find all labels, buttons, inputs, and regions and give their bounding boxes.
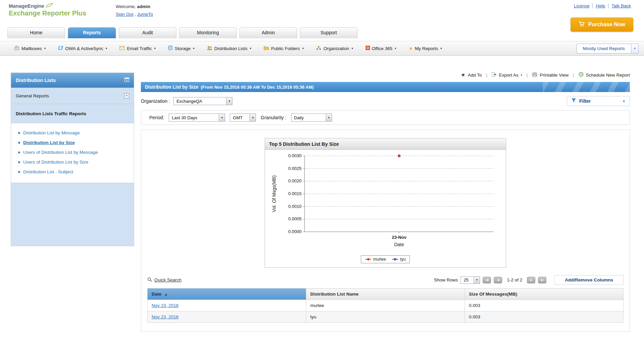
office365-icon bbox=[366, 46, 370, 51]
tab-support[interactable]: Support bbox=[300, 27, 358, 38]
sign-out-link[interactable]: Sign Out bbox=[116, 12, 133, 17]
svg-text:Vol. Of Msgs(MB): Vol. Of Msgs(MB) bbox=[271, 175, 277, 212]
export-as-button[interactable]: Export As ▾ bbox=[492, 72, 522, 78]
quick-search-link[interactable]: Quick Search bbox=[147, 277, 181, 283]
brand-name: ManageEngine bbox=[9, 3, 44, 9]
tab-monitoring[interactable]: Monitoring bbox=[179, 27, 237, 38]
sidebar-item-users-dl-by-message[interactable]: Users of Distribution List by Message bbox=[11, 147, 134, 157]
sidebar-item-label: Users of Distribution List by Message bbox=[23, 150, 98, 155]
prev-page-button[interactable]: ◀ bbox=[494, 277, 502, 283]
sidebar-item-label: Distribution List - Subject bbox=[23, 169, 73, 174]
separator: | bbox=[527, 73, 528, 78]
panel-icon[interactable] bbox=[124, 78, 129, 83]
toolbar-item-label: Storage bbox=[175, 46, 191, 51]
chart-box: Top 5 Distribution List By Size 0.00000.… bbox=[265, 138, 506, 268]
table-row: Nov 23, 2016 tyu 0.003 bbox=[148, 311, 624, 323]
toolbar-item-distribution-lists[interactable]: Distribution Lists ▾ bbox=[207, 46, 252, 51]
distribution-lists-icon bbox=[207, 46, 212, 51]
jumpto-link[interactable]: JumpTo bbox=[137, 12, 153, 17]
sidebar-section-traffic-reports: Distribution Lists Traffic Reports bbox=[11, 104, 134, 123]
traffic-reports-label: Distribution Lists Traffic Reports bbox=[16, 111, 86, 116]
grid-controls: Quick Search Show Rows 25 ▼ |◀ ◀ 1-2 of … bbox=[147, 275, 624, 285]
tab-admin[interactable]: Admin bbox=[239, 27, 297, 38]
period-select[interactable]: Last 30 Days ▼ bbox=[169, 114, 225, 122]
select-arrow-icon: ▼ bbox=[326, 114, 332, 121]
grid-controls-right: Show Rows 25 ▼ |◀ ◀ 1-2 of 2 ▶ ▶| Add/Re… bbox=[434, 275, 624, 285]
chevron-down-icon: ▾ bbox=[395, 47, 396, 50]
select-arrow-icon: ▼ bbox=[219, 114, 225, 121]
chart-legend: murleetyu bbox=[265, 255, 506, 263]
legend-item: tyu bbox=[392, 257, 406, 262]
show-rows-value: 25 bbox=[461, 277, 474, 283]
sidebar-item-general-reports[interactable]: General Reports + bbox=[11, 88, 134, 104]
toolbar-item-email-traffic[interactable]: Email Traffic ▾ bbox=[119, 46, 156, 51]
tab-audit[interactable]: Audit bbox=[119, 27, 176, 38]
toolbar-item-owa-activesync[interactable]: OWA & ActiveSync ▾ bbox=[58, 45, 107, 51]
table-row: Nov 23, 2016 murlee 0.003 bbox=[148, 300, 624, 311]
sidebar-item-users-dl-by-size[interactable]: Users of Distribution List by Size bbox=[11, 157, 134, 167]
sync-icon bbox=[58, 45, 63, 51]
period-label: Period: bbox=[149, 115, 164, 120]
first-page-button[interactable]: |◀ bbox=[483, 277, 491, 283]
report-actions: ★ Add To | Export As ▾ | Printable View … bbox=[141, 71, 630, 79]
sidebar-item-dl-by-message[interactable]: Distribution List by Message bbox=[11, 128, 134, 138]
link-separator: , bbox=[135, 12, 136, 17]
organization-select[interactable]: ExchangeQA ▼ bbox=[173, 97, 232, 105]
timezone-select[interactable]: GMT ▼ bbox=[230, 114, 256, 122]
filter-label: Filter bbox=[579, 98, 591, 104]
svg-text:0.0025: 0.0025 bbox=[288, 166, 302, 171]
tab-home[interactable]: Home bbox=[7, 27, 65, 38]
schedule-new-report-button[interactable]: Schedule New Report bbox=[579, 72, 630, 78]
chevron-down-icon: ▾ bbox=[352, 47, 353, 50]
dl-name-cell: tyu bbox=[306, 311, 465, 323]
chart-title: Top 5 Distribution List By Size bbox=[265, 138, 506, 150]
expand-plus-icon[interactable]: + bbox=[124, 93, 129, 98]
granularity-select[interactable]: Daily ▼ bbox=[291, 114, 332, 122]
general-reports-label: General Reports bbox=[16, 93, 49, 98]
dropdown-arrow-icon[interactable]: ▼ bbox=[631, 44, 639, 53]
svg-text:23-Nov: 23-Nov bbox=[392, 235, 407, 240]
license-link[interactable]: License bbox=[574, 3, 590, 8]
toolbar-item-my-reports[interactable]: ★ My Reports ▾ bbox=[409, 46, 442, 51]
show-rows-select[interactable]: 25 ▼ bbox=[461, 276, 480, 284]
filter-button[interactable]: Filter ▼ bbox=[567, 96, 630, 106]
column-header-date[interactable]: Date ▲ bbox=[148, 289, 306, 300]
toolbar-item-office365[interactable]: Office 365 ▾ bbox=[366, 46, 396, 51]
column-header-size[interactable]: Size Of Messages(MB) bbox=[465, 289, 624, 300]
legend-marker-icon bbox=[392, 259, 398, 260]
toolbar-item-storage[interactable]: Storage ▾ bbox=[168, 45, 195, 51]
add-remove-columns-button[interactable]: Add/Remove Columns bbox=[554, 275, 624, 285]
add-to-button[interactable]: ★ Add To bbox=[461, 72, 482, 78]
talkback-link[interactable]: Talk Back bbox=[611, 3, 631, 8]
last-page-button[interactable]: ▶| bbox=[538, 277, 546, 283]
printable-view-button[interactable]: Printable View bbox=[532, 72, 569, 78]
help-link[interactable]: Help bbox=[596, 3, 605, 8]
tab-reports[interactable]: Reports bbox=[68, 27, 116, 38]
mostly-used-reports-dropdown[interactable]: Mostly Used Reports ▼ bbox=[577, 44, 639, 53]
toolbar-item-mailboxes[interactable]: Mailboxes ▾ bbox=[14, 46, 46, 51]
next-page-button[interactable]: ▶ bbox=[527, 277, 535, 283]
clock-icon bbox=[579, 72, 584, 78]
folder-icon bbox=[264, 46, 269, 51]
toolbar-item-organization[interactable]: Organization ▾ bbox=[316, 46, 353, 51]
star-icon: ★ bbox=[461, 72, 465, 78]
bullet-icon bbox=[18, 161, 20, 163]
period-controls: Period: Last 30 Days ▼ GMT ▼ Granularity… bbox=[141, 110, 630, 125]
bullet-icon bbox=[18, 171, 20, 173]
purchase-now-button[interactable]: Purchase Now bbox=[571, 17, 633, 32]
sidebar-item-dl-by-size[interactable]: Distribution List by Size bbox=[11, 138, 134, 147]
column-header-name[interactable]: Distribution List Name bbox=[306, 289, 465, 300]
organization-icon bbox=[316, 46, 321, 51]
date-link[interactable]: Nov 23, 2016 bbox=[152, 314, 178, 319]
bullet-icon bbox=[18, 132, 20, 134]
sidebar-item-dl-subject[interactable]: Distribution List - Subject bbox=[11, 167, 134, 177]
search-icon bbox=[147, 277, 152, 283]
chevron-down-icon: ▾ bbox=[302, 47, 304, 50]
schedule-label: Schedule New Report bbox=[586, 73, 630, 78]
chevron-down-icon: ▾ bbox=[154, 47, 156, 50]
date-link[interactable]: Nov 23, 2016 bbox=[152, 303, 178, 308]
chevron-down-icon: ▾ bbox=[193, 47, 195, 50]
sort-asc-icon: ▲ bbox=[164, 293, 168, 296]
toolbar-item-public-folders[interactable]: Public Folders ▾ bbox=[264, 46, 304, 51]
email-icon bbox=[119, 46, 125, 51]
